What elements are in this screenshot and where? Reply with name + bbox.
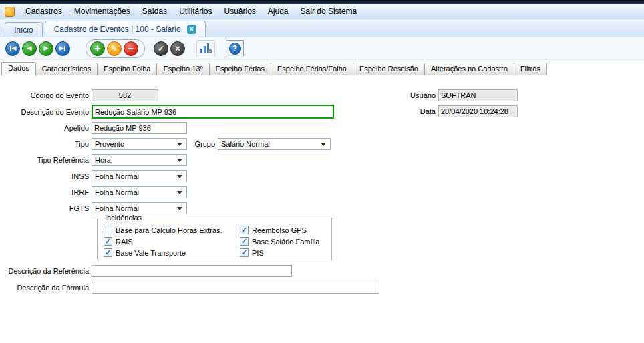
nav-button-group: ◀◀▶▶ <box>5 41 72 56</box>
checkbox-checked-icon[interactable]: ✓ <box>104 248 112 257</box>
grupo-select[interactable]: Salário Normal <box>218 138 331 150</box>
inss-select[interactable]: Folha Normal <box>92 170 187 182</box>
descricao-referencia-value[interactable] <box>92 266 291 276</box>
data-value <box>439 106 517 117</box>
nav-first-button[interactable]: ◀ <box>5 41 20 56</box>
nav-prev-button[interactable]: ◀ <box>22 41 37 56</box>
menu-item-saidas[interactable]: Saídas <box>136 5 173 18</box>
irrf-select[interactable]: Folha Normal <box>92 186 187 198</box>
menu-item-cadastros[interactable]: Cadastros <box>19 5 68 18</box>
menu-item-usuarios[interactable]: Usuários <box>218 5 261 18</box>
chevron-down-icon <box>321 143 326 146</box>
irrf-value: Folha Normal <box>95 188 139 196</box>
checkbox-label: PIS <box>252 249 264 257</box>
apelido-field[interactable] <box>92 122 187 134</box>
help-icon: ? <box>229 43 241 55</box>
menu-bar: CadastrosMovimentaçõesSaídasUtilitáriosU… <box>0 4 644 19</box>
data-field <box>438 105 518 117</box>
incidencia-row: ✓RAIS <box>104 237 222 246</box>
descricao-formula-field[interactable] <box>92 282 379 294</box>
fgts-label: FGTS <box>0 204 89 212</box>
chevron-down-icon <box>177 143 182 146</box>
crud-button-group: +✎− <box>86 39 145 58</box>
page-tab-espelho-ferias[interactable]: Espelho Férias <box>209 63 271 75</box>
document-tab-bar: Início Cadastro de Eventos | 100 - Salar… <box>0 19 644 37</box>
menu-item-sair-do-sistema[interactable]: Sair do Sistema <box>295 5 363 18</box>
descricao-evento-label: Descrição do Evento <box>0 108 89 116</box>
app-icon[interactable] <box>5 7 15 17</box>
chevron-down-icon <box>177 175 182 178</box>
confirm-button[interactable]: ✓ <box>154 41 168 56</box>
usuario-field <box>438 89 518 101</box>
irrf-label: IRRF <box>0 188 89 196</box>
nav-next-button[interactable]: ▶ <box>39 41 53 56</box>
tab-cadastro-eventos-label: Cadastro de Eventos | 100 - Salario <box>54 25 181 34</box>
page-tab-dados[interactable]: Dados <box>1 62 36 76</box>
page-tab-espelho-folha[interactable]: Espelho Folha <box>97 63 157 75</box>
descricao-referencia-field[interactable] <box>92 265 292 277</box>
page-tab-espelho-13[interactable]: Espelho 13º <box>156 63 209 75</box>
tipo-referencia-select[interactable]: Hora <box>92 154 187 166</box>
app-window: CadastrosMovimentaçõesSaídasUtilitáriosU… <box>0 0 644 343</box>
page-tab-alteracoes-no-cadastro[interactable]: Alterações no Cadastro <box>424 63 514 75</box>
page-tab-strip: DadosCaracterísticasEspelho FolhaEspelho… <box>1 61 643 76</box>
descricao-formula-value[interactable] <box>92 282 379 293</box>
incidencia-row: ✓Base Salário Família <box>240 237 320 246</box>
page-tab-espelho-rescisao[interactable]: Espelho Rescisão <box>353 63 425 75</box>
chart-icon <box>200 43 212 54</box>
descricao-evento-value[interactable] <box>93 106 333 117</box>
incidencias-groupbox: Incidências Base para Cálculo Horas Extr… <box>97 218 332 260</box>
checkbox-checked-icon[interactable]: ✓ <box>240 248 249 257</box>
incidencia-row: ✓Reembolso GPS <box>240 226 320 234</box>
page-tab-espelho-ferias-folha[interactable]: Espelho Férias/Folha <box>271 63 353 75</box>
codigo-evento-field <box>92 89 158 101</box>
descricao-evento-field[interactable] <box>92 105 334 119</box>
page-tab-filtros[interactable]: Filtros <box>514 63 547 75</box>
tab-close-icon[interactable]: × <box>187 25 196 34</box>
fgts-select[interactable]: Folha Normal <box>92 202 187 214</box>
tipo-value: Provento <box>95 140 124 148</box>
delete-icon: − <box>128 43 134 53</box>
checkbox-unchecked-icon[interactable] <box>104 226 112 234</box>
checkbox-label: Base Salário Família <box>252 238 320 246</box>
incidencia-row: ✓Base Vale Transporte <box>104 248 222 257</box>
descricao-formula-label: Descrição da Fórmula <box>0 284 89 292</box>
codigo-evento-value <box>92 90 158 101</box>
delete-button[interactable]: − <box>124 41 138 56</box>
apelido-label: Apelido <box>0 124 89 132</box>
page-tab-caracteristicas[interactable]: Características <box>35 63 98 75</box>
add-button[interactable]: + <box>90 41 105 56</box>
help-button[interactable]: ? <box>226 40 244 57</box>
chevron-down-icon <box>177 191 182 194</box>
tipo-label: Tipo <box>0 140 89 148</box>
tipo-referencia-label: Tipo Referência <box>0 156 89 164</box>
grupo-value: Salário Normal <box>221 140 270 148</box>
usuario-value <box>439 90 517 101</box>
chart-button[interactable] <box>196 40 215 57</box>
tab-cadastro-eventos[interactable]: Cadastro de Eventos | 100 - Salario × <box>45 21 206 37</box>
nav-prev-icon: ◀ <box>27 45 32 51</box>
cancel-icon: × <box>175 45 180 53</box>
confirm-button-group: ✓× <box>154 41 187 56</box>
menu-item-movimentacoes[interactable]: Movimentações <box>68 5 136 18</box>
nav-last-button[interactable]: ▶ <box>55 41 70 56</box>
toolbar: ◀◀▶▶ +✎− ✓× ? <box>0 37 644 60</box>
checkbox-checked-icon[interactable]: ✓ <box>240 226 249 234</box>
edit-button[interactable]: ✎ <box>107 41 122 56</box>
grupo-label: Grupo <box>188 140 215 148</box>
codigo-evento-label: Código do Evento <box>0 91 89 99</box>
checkbox-label: RAIS <box>116 238 133 246</box>
tipo-referencia-value: Hora <box>95 156 111 164</box>
incidencias-column-2: ✓Reembolso GPS✓Base Salário Família✓PIS <box>240 226 320 260</box>
help-glyph: ? <box>232 44 237 53</box>
cancel-button[interactable]: × <box>170 41 185 56</box>
nav-next-icon: ▶ <box>44 45 49 51</box>
checkbox-checked-icon[interactable]: ✓ <box>240 237 249 246</box>
tab-inicio[interactable]: Início <box>5 22 43 37</box>
menu-item-utilitarios[interactable]: Utilitários <box>173 5 218 18</box>
chevron-down-icon <box>177 207 182 210</box>
tipo-select[interactable]: Provento <box>92 138 187 150</box>
apelido-value[interactable] <box>92 123 186 133</box>
checkbox-checked-icon[interactable]: ✓ <box>104 237 112 246</box>
menu-item-ajuda[interactable]: Ajuda <box>262 5 295 18</box>
